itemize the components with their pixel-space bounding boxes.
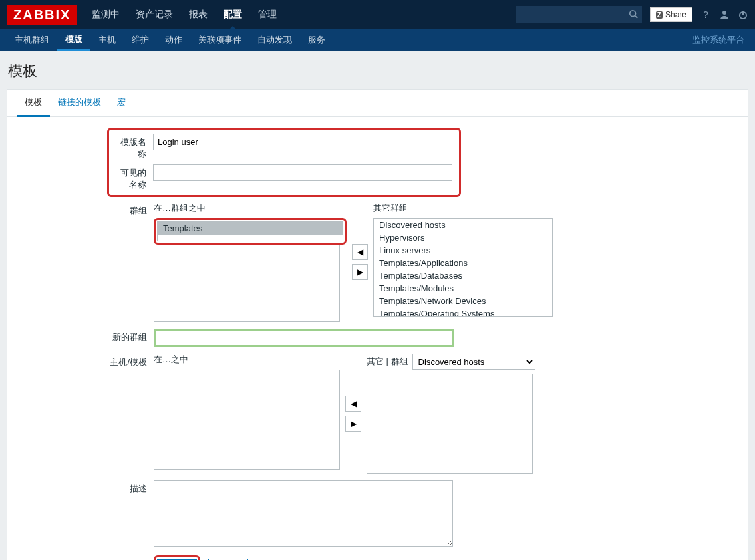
top-bar: ZABBIX 监测中 资产记录 报表 配置 管理 Z Share ? <box>0 0 755 29</box>
label-new-group: 新的群组 <box>27 329 154 343</box>
new-group-highlight-box <box>154 329 454 347</box>
list-item[interactable]: Discovered hosts <box>374 219 552 231</box>
list-item[interactable]: Hypervisors <box>374 231 552 244</box>
list-item[interactable]: Linux servers <box>374 244 552 257</box>
move-left-button[interactable]: ◀ <box>352 244 368 260</box>
list-item[interactable]: Templates/Network Devices <box>374 295 552 307</box>
list-item[interactable]: Templates/Operating Systems <box>374 307 552 317</box>
template-name-input[interactable] <box>153 134 452 150</box>
tab-template[interactable]: 模板 <box>17 90 50 117</box>
triangle-left-icon: ◀ <box>351 399 357 408</box>
z-mark-icon: Z <box>656 11 663 19</box>
host-move-left-button[interactable]: ◀ <box>345 396 361 412</box>
sub-bar: 主机群组 模版 主机 维护 动作 关联项事件 自动发现 服务 监控系统平台 <box>0 29 755 51</box>
subnav-discovery[interactable]: 自动发现 <box>249 29 300 51</box>
label-in: 在…之中 <box>154 354 340 366</box>
svg-text:?: ? <box>703 9 708 20</box>
nav-reports[interactable]: 报表 <box>181 0 216 29</box>
share-button[interactable]: Z Share <box>650 7 692 22</box>
top-right: Z Share ? <box>516 6 748 23</box>
move-right-button[interactable]: ▶ <box>352 264 368 280</box>
nav-configuration[interactable]: 配置 <box>216 0 250 29</box>
tabs: 模板 链接的模板 宏 <box>7 90 748 117</box>
logo[interactable]: ZABBIX <box>7 5 77 25</box>
nav-inventory[interactable]: 资产记录 <box>128 0 181 29</box>
label-groups: 群组 <box>27 202 154 217</box>
tab-linked[interactable]: 链接的模板 <box>50 90 109 116</box>
label-hosts-templates: 主机/模板 <box>27 354 154 368</box>
nav-administration[interactable]: 管理 <box>250 0 285 29</box>
in-hosts-listbox[interactable] <box>154 370 340 470</box>
label-template-name: 模版名称 <box>113 134 153 160</box>
page-title: 模板 <box>0 51 755 89</box>
svg-point-0 <box>630 11 636 17</box>
new-group-input[interactable] <box>154 329 454 347</box>
list-item[interactable]: Templates/Databases <box>374 269 552 282</box>
label-in-groups: 在…群组之中 <box>154 202 347 214</box>
triangle-right-icon: ▶ <box>351 419 357 428</box>
power-icon[interactable] <box>738 9 748 20</box>
host-group-select[interactable]: Discovered hosts <box>412 354 535 370</box>
label-visible-name: 可见的名称 <box>113 164 153 191</box>
search-icon[interactable] <box>629 9 638 19</box>
subnav-actions[interactable]: 动作 <box>157 29 190 51</box>
in-groups-highlight-box: Templates <box>154 218 347 245</box>
svg-line-1 <box>635 16 637 19</box>
in-groups-listbox[interactable]: Templates <box>157 221 343 241</box>
form: 模版名称 可见的名称 群组 在…群组之中 Templates <box>7 117 748 560</box>
list-item[interactable]: Templates/Applications <box>374 257 552 269</box>
visible-name-input[interactable] <box>153 164 452 181</box>
main-panel: 模板 链接的模板 宏 模版名称 可见的名称 群组 在…群组之中 <box>7 89 748 560</box>
subnav-maintenance[interactable]: 维护 <box>124 29 157 51</box>
list-item[interactable]: Templates <box>158 222 343 235</box>
list-item[interactable]: Templates/Modules <box>374 282 552 295</box>
svg-point-3 <box>722 11 726 15</box>
label-other-groups: 其它群组 <box>373 202 553 214</box>
description-textarea[interactable] <box>154 480 453 547</box>
other-hosts-listbox[interactable] <box>367 374 533 474</box>
share-label: Share <box>665 10 686 19</box>
label-description: 描述 <box>27 480 154 495</box>
triangle-right-icon: ▶ <box>357 267 363 277</box>
user-icon[interactable] <box>719 9 730 20</box>
host-move-right-button[interactable]: ▶ <box>345 416 361 432</box>
add-highlight-box: 添加 <box>154 555 200 560</box>
triangle-left-icon: ◀ <box>357 247 363 257</box>
label-others-group: 其它 | 群组 <box>367 356 408 368</box>
name-highlight-box: 模版名称 可见的名称 <box>107 128 461 197</box>
nav-monitoring[interactable]: 监测中 <box>84 0 128 29</box>
subnav-hostgroups[interactable]: 主机群组 <box>7 29 57 51</box>
subnav-templates[interactable]: 模版 <box>57 29 90 51</box>
subnav-correlation[interactable]: 关联项事件 <box>190 29 249 51</box>
subnav-hosts[interactable]: 主机 <box>90 29 124 51</box>
help-icon[interactable]: ? <box>700 9 711 20</box>
in-groups-listbox-empty[interactable] <box>154 245 340 322</box>
top-menu: 监测中 资产记录 报表 配置 管理 <box>84 0 515 29</box>
search-wrap <box>516 6 642 23</box>
tab-macros[interactable]: 宏 <box>109 90 134 116</box>
search-input[interactable] <box>516 6 642 23</box>
subnav-services[interactable]: 服务 <box>300 29 333 51</box>
subbar-right-label: 监控系统平台 <box>692 34 748 46</box>
other-groups-listbox[interactable]: Discovered hosts Hypervisors Linux serve… <box>373 218 553 317</box>
